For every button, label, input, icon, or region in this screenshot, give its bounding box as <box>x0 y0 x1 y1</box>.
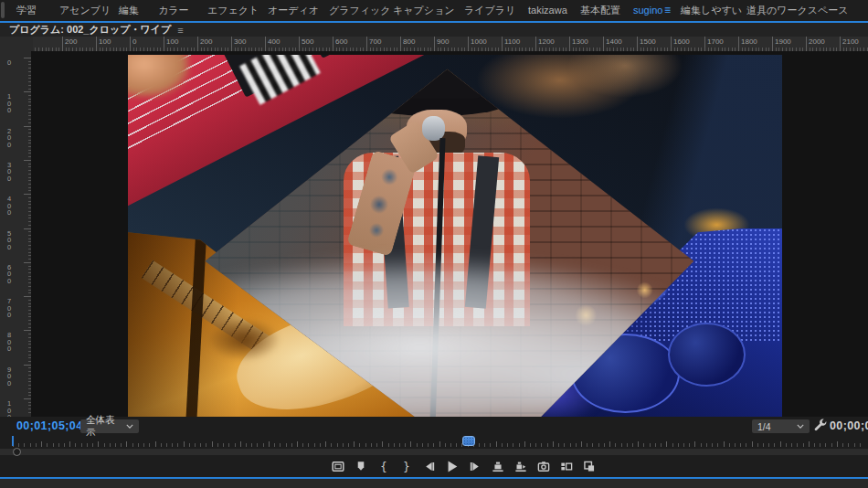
zoom-scrollbar-track[interactable] <box>0 449 868 455</box>
scrubber-tick <box>132 443 133 447</box>
scrubber-tick <box>155 441 156 447</box>
ruler-label: 9 0 0 <box>7 366 11 387</box>
scrubber-tick <box>627 443 628 447</box>
ruler-label: 3 0 0 <box>7 162 11 183</box>
ruler-label: 1600 <box>673 37 690 46</box>
scrubber-tick <box>280 443 281 447</box>
scrubber-tick <box>860 443 861 447</box>
program-monitor-video[interactable] <box>128 55 782 417</box>
scrubber-tick <box>53 443 54 447</box>
extract-button[interactable] <box>511 458 531 476</box>
workspace-tab-3[interactable]: 編集 <box>119 0 139 21</box>
ruler-label: 200 <box>65 37 77 46</box>
scrubber-tick <box>706 443 707 447</box>
ruler-tick <box>637 37 638 51</box>
comparison-view-button[interactable] <box>556 458 577 476</box>
playback-resolution-value: 1/4 <box>757 421 771 432</box>
scrubber-tick <box>576 443 577 447</box>
workspace-tab-1[interactable]: 学習 <box>16 0 37 21</box>
step-forward-button[interactable] <box>465 458 485 476</box>
ruler-tick <box>24 126 31 127</box>
workspace-tab-8[interactable]: キャプション <box>393 0 455 21</box>
scrubber-tick <box>791 443 792 447</box>
ruler-label: 700 <box>369 37 381 46</box>
scrubber-tick <box>774 443 775 447</box>
panel-menu-icon[interactable]: ≡ <box>177 25 183 36</box>
ruler-label: 7 0 0 <box>7 298 11 319</box>
scrubber-tick <box>98 441 99 447</box>
scrubber-tick <box>115 443 116 447</box>
scrubber-tick <box>712 443 713 447</box>
ruler-tick <box>772 37 773 51</box>
scrubber-tick <box>121 443 122 447</box>
time-ruler-scrubber[interactable] <box>0 436 868 448</box>
ruler-tick <box>130 37 131 51</box>
workspace-tab-2[interactable]: アセンブリ <box>59 0 111 21</box>
scrubber-tick <box>325 441 326 447</box>
ruler-label: 200 <box>200 37 212 46</box>
scrubber-tick <box>439 441 440 447</box>
workspace-tab-5[interactable]: エフェクト <box>207 0 259 21</box>
zoom-scrollbar-handle[interactable] <box>13 448 21 456</box>
ruler-tick <box>400 37 401 51</box>
scrubber-tick <box>433 443 434 447</box>
workspace-tab-11[interactable]: 基本配置 <box>580 0 620 21</box>
workspace-tab-13[interactable]: 編集しやすい <box>681 0 742 21</box>
scrubber-tick <box>314 443 315 447</box>
workspace-tab-14[interactable]: 道具のワークスペース <box>746 0 849 21</box>
scrubber-tick <box>609 441 610 447</box>
current-timecode[interactable]: 00;01;05;04 <box>16 419 83 432</box>
scrubber-tick <box>479 443 480 447</box>
playback-resolution-select[interactable]: 1/4 <box>752 419 810 433</box>
workspace-tab-10[interactable]: takizawa <box>528 0 567 21</box>
scrubber-tick <box>768 443 769 447</box>
playhead[interactable] <box>462 436 475 446</box>
ruler-label: 1900 <box>775 37 791 46</box>
toggle-proxies-button[interactable] <box>579 458 599 476</box>
workspace-tab-6[interactable]: オーディオ <box>268 0 319 21</box>
ruler-label: 2000 <box>809 37 825 46</box>
scrubber-tick <box>184 441 185 447</box>
mark-in-button[interactable]: { <box>374 458 394 476</box>
zoom-scrollbar[interactable] <box>0 448 868 456</box>
scrubber-tick <box>359 443 360 447</box>
safe-margins-button[interactable] <box>328 458 348 476</box>
workspace-tab-12[interactable]: sugino <box>633 0 662 21</box>
step-back-button[interactable] <box>419 458 439 476</box>
add-marker-icon <box>354 460 367 473</box>
ruler-tick <box>299 37 300 51</box>
workspace-overflow-menu-icon[interactable]: ≡ <box>664 0 671 21</box>
step-back-icon <box>422 460 436 473</box>
scrubber-tick <box>58 443 59 447</box>
scrubber-tick <box>343 443 344 447</box>
scrubber-tick <box>854 443 855 447</box>
timeline-start-indicator <box>12 436 14 446</box>
workspace-tab-4[interactable]: カラー <box>158 0 189 21</box>
toggle-proxies-icon <box>582 460 596 473</box>
bassist-hand <box>128 55 189 97</box>
lift-button[interactable] <box>488 458 508 476</box>
scrubber-tick <box>246 443 247 447</box>
vertical-ruler: 01 0 02 0 03 0 04 0 05 0 06 0 07 0 08 0 … <box>0 51 31 417</box>
scrubber-tick <box>831 443 832 447</box>
scrubber-tick <box>394 443 395 447</box>
chevron-down-icon <box>797 424 804 429</box>
scrubber-tick <box>672 443 673 447</box>
add-marker-button[interactable] <box>351 458 371 476</box>
mark-out-button[interactable]: } <box>397 458 417 476</box>
export-frame-button[interactable] <box>534 458 554 476</box>
zoom-level-select[interactable]: 全体表示 <box>80 419 139 433</box>
ruler-tick <box>704 37 705 51</box>
ruler-tick <box>164 37 164 51</box>
ruler-tick <box>24 296 31 297</box>
settings-wrench-button[interactable] <box>813 419 828 433</box>
ruler-tick <box>265 37 266 51</box>
ruler-label: 2 0 0 <box>7 128 11 149</box>
workspace-tab-9[interactable]: ライブラリ <box>464 0 515 21</box>
workspace-tab-7[interactable]: グラフィック <box>329 0 391 21</box>
play-button[interactable] <box>442 458 462 476</box>
ruler-label: 100 <box>166 37 178 46</box>
ruler-tick <box>197 37 198 51</box>
scrubber-tick <box>177 443 178 447</box>
tab-program-monitor[interactable]: プログラム: 002_クロップ・ワイプ ≡ <box>0 23 184 37</box>
